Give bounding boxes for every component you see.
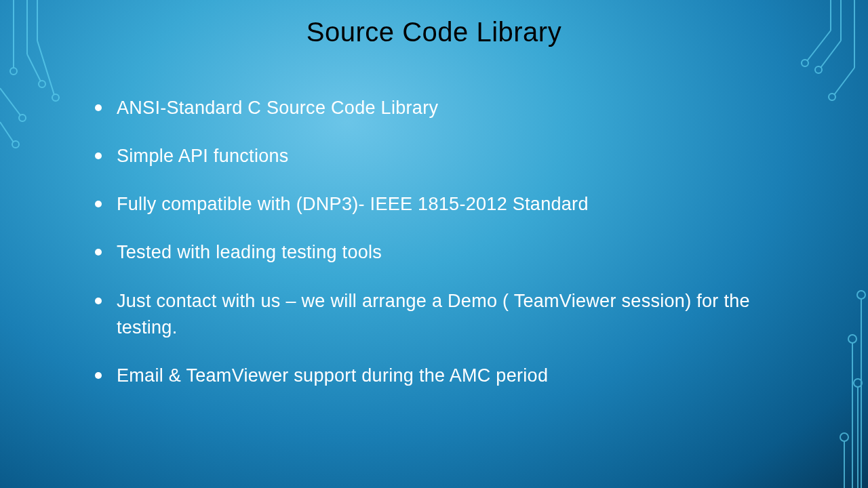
list-item: Fully compatible with (DNP3)- IEEE 1815-… (95, 191, 787, 218)
list-item: Just contact with us – we will arrange a… (95, 288, 787, 341)
list-item: Tested with leading testing tools (95, 239, 787, 266)
slide-container: Source Code Library ANSI-Standard C Sour… (0, 0, 868, 488)
slide-title: Source Code Library (81, 17, 787, 47)
list-item: Simple API functions (95, 143, 787, 169)
bullet-list: ANSI-Standard C Source Code Library Simp… (81, 95, 787, 389)
list-item: Email & TeamViewer support during the AM… (95, 363, 787, 389)
list-item: ANSI-Standard C Source Code Library (95, 95, 787, 121)
